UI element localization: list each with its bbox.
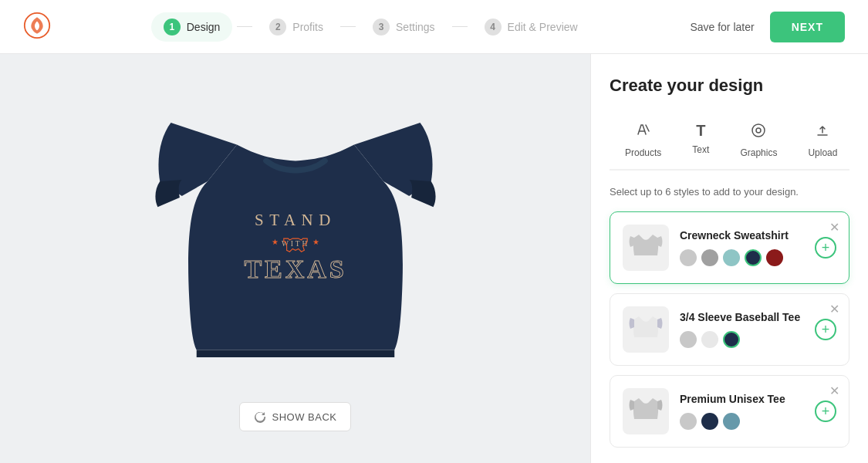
save-later-button[interactable]: Save for later: [690, 21, 754, 33]
show-back-label: SHOW BACK: [272, 411, 337, 423]
product-card-crewneck-inner: Crewneck Sweatshirt +: [623, 225, 836, 271]
crewneck-name: Crewneck Sweatshirt: [680, 229, 804, 242]
unisex-name: Premium Unisex Tee: [680, 393, 804, 405]
design-tools: Products T Text Graphics: [610, 114, 849, 171]
show-back-button[interactable]: SHOW BACK: [239, 402, 352, 431]
step-edit-label: Edit & Preview: [508, 21, 578, 33]
remove-baseball-button[interactable]: ✕: [829, 303, 839, 316]
steps-nav: 1 Design 2 Profits 3 Settings 4 Edit & P…: [151, 12, 590, 42]
product-card-baseball-inner: 3/4 Sleeve Baseball Tee +: [623, 306, 836, 353]
product-card-crewneck: ✕ Crewneck Sweatshirt: [610, 211, 849, 284]
sidebar-title: Create your design: [610, 76, 849, 96]
step-divider-1: [237, 26, 252, 27]
sweatshirt-image: STAND WITH ★ ★ TEXAS: [149, 93, 442, 387]
step-edit-preview[interactable]: 4 Edit & Preview: [472, 12, 590, 42]
tool-upload-label: Upload: [808, 147, 837, 158]
svg-text:★: ★: [271, 238, 278, 246]
main-content: STAND WITH ★ ★ TEXAS SHOW BACK: [0, 54, 868, 463]
svg-point-7: [756, 128, 761, 133]
step-profits[interactable]: 2 Profits: [257, 12, 336, 42]
crewneck-info: Crewneck Sweatshirt: [680, 229, 804, 266]
step-design-number: 1: [164, 19, 181, 35]
swatch-baseball-white[interactable]: [701, 331, 718, 348]
add-crewneck-button[interactable]: +: [815, 237, 836, 259]
tool-graphics-label: Graphics: [740, 147, 777, 158]
step-profits-number: 2: [269, 19, 286, 35]
tool-text[interactable]: T Text: [677, 114, 724, 171]
preview-area: STAND WITH ★ ★ TEXAS SHOW BACK: [0, 54, 590, 463]
header: 1 Design 2 Profits 3 Settings 4 Edit & P…: [0, 0, 868, 54]
swatch-baseball-navy[interactable]: [723, 331, 740, 348]
swatch-crewneck-gray[interactable]: [680, 249, 697, 266]
svg-point-6: [752, 124, 765, 137]
add-baseball-button[interactable]: +: [815, 319, 836, 340]
product-card-baseball-tee: ✕ 3/4 Sleeve Baseball Tee: [610, 293, 849, 366]
swatch-crewneck-teal[interactable]: [723, 249, 740, 266]
unisex-swatches: [680, 413, 804, 430]
step-design-label: Design: [187, 21, 221, 33]
upload-icon: [814, 122, 831, 143]
baseball-name: 3/4 Sleeve Baseball Tee: [680, 311, 804, 323]
tool-products-label: Products: [625, 147, 661, 158]
sidebar: Create your design Products T Text: [590, 54, 868, 463]
baseball-swatches: [680, 331, 804, 348]
remove-crewneck-button[interactable]: ✕: [829, 221, 839, 234]
step-divider-3: [452, 26, 468, 27]
header-actions: Save for later NEXT: [690, 12, 845, 42]
unisex-info: Premium Unisex Tee: [680, 393, 804, 430]
svg-text:★: ★: [312, 238, 319, 246]
product-card-unisex-inner: Premium Unisex Tee +: [623, 388, 836, 434]
step-profits-label: Profits: [292, 21, 323, 33]
remove-unisex-button[interactable]: ✕: [829, 385, 839, 397]
crewneck-swatches: [680, 249, 804, 266]
swatch-unisex-blue[interactable]: [723, 413, 740, 430]
add-unisex-button[interactable]: +: [815, 400, 836, 422]
svg-text:TEXAS: TEXAS: [244, 255, 346, 283]
select-instruction: Select up to 6 styles to add to your des…: [610, 186, 849, 198]
swatch-crewneck-darkgray[interactable]: [701, 249, 718, 266]
svg-text:WITH: WITH: [281, 240, 309, 248]
unisex-thumb-image: [627, 392, 665, 431]
tool-products[interactable]: Products: [610, 114, 677, 171]
step-divider-2: [340, 26, 356, 27]
step-edit-number: 4: [485, 19, 502, 35]
step-settings-label: Settings: [396, 21, 435, 33]
refresh-icon: [254, 411, 266, 423]
logo: [23, 12, 51, 42]
crewneck-thumb-image: [627, 228, 665, 267]
unisex-thumbnail: [623, 388, 669, 434]
text-icon: T: [696, 122, 705, 140]
svg-text:STAND: STAND: [255, 211, 336, 229]
baseball-thumb-image: [627, 310, 665, 349]
product-card-unisex-tee: ✕ Premium Unisex Tee: [610, 375, 849, 448]
next-button[interactable]: NEXT: [770, 12, 845, 42]
tool-text-label: Text: [692, 144, 709, 155]
crewneck-thumbnail: [623, 225, 669, 271]
swatch-crewneck-navy[interactable]: [745, 249, 762, 266]
swatch-baseball-gray[interactable]: [680, 331, 697, 348]
swatch-unisex-navy[interactable]: [701, 413, 718, 430]
products-icon: [635, 122, 652, 143]
tool-upload[interactable]: Upload: [792, 114, 853, 171]
step-settings-number: 3: [373, 19, 390, 35]
tool-graphics[interactable]: Graphics: [724, 114, 792, 171]
step-settings[interactable]: 3 Settings: [360, 12, 448, 42]
baseball-info: 3/4 Sleeve Baseball Tee: [680, 311, 804, 348]
sweatshirt-container: STAND WITH ★ ★ TEXAS: [141, 86, 450, 394]
swatch-unisex-gray[interactable]: [680, 413, 697, 430]
step-design[interactable]: 1 Design: [151, 12, 233, 42]
swatch-crewneck-red[interactable]: [766, 249, 783, 266]
baseball-thumbnail: [623, 306, 669, 353]
graphics-icon: [750, 122, 767, 143]
